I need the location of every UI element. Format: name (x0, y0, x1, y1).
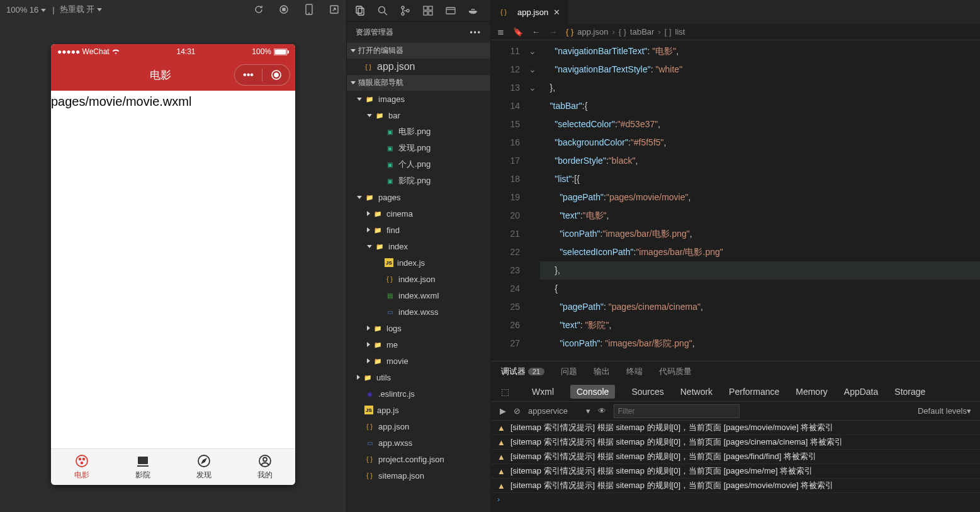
back-icon[interactable]: ← (532, 27, 540, 37)
file-name: 发现.png (398, 142, 431, 154)
json-icon: { } (364, 470, 375, 481)
filter-input[interactable] (614, 404, 740, 418)
devtab-appdata[interactable]: AppData (844, 387, 878, 397)
svg-rect-18 (356, 6, 362, 13)
open-editors-header[interactable]: 打开的编辑器 (347, 43, 490, 59)
bookmark-icon[interactable]: 🔖 (513, 27, 523, 37)
tree-item-images[interactable]: 📁images (347, 91, 490, 107)
tree-item-个人.png[interactable]: ▣个人.png (347, 156, 490, 173)
context-dropdown[interactable]: appservice ▾ (528, 406, 590, 416)
device-icon[interactable] (303, 4, 315, 15)
tree-item-发现.png[interactable]: ▣发现.png (347, 140, 490, 156)
panel-tab-输出[interactable]: 输出 (594, 366, 610, 377)
tree-item-utils[interactable]: 📁utils (347, 369, 490, 385)
wifi-icon (111, 48, 120, 55)
devtab-wxml[interactable]: Wxml (532, 387, 554, 397)
page-body[interactable]: pages/movie/movie.wxml (51, 91, 295, 448)
image-icon: ▣ (385, 159, 395, 169)
file-name: index.js (397, 258, 425, 268)
devtab-storage[interactable]: Storage (894, 387, 925, 397)
tree-item-index.wxml[interactable]: ▤index.wxml (347, 287, 490, 304)
clear-icon[interactable]: ⊘ (514, 406, 521, 416)
list-icon[interactable]: ≣ (497, 27, 504, 37)
open-editor-item[interactable]: { } app.json (347, 59, 490, 75)
extensions-icon[interactable] (422, 5, 434, 16)
folder-icon[interactable] (445, 5, 456, 16)
close-target-icon[interactable] (262, 65, 290, 85)
tree-item-index[interactable]: 📁index (347, 238, 490, 254)
breadcrumb[interactable]: { } app.json › { } tabBar › [ ] list (566, 27, 685, 37)
tree-item-app.js[interactable]: JSapp.js (347, 402, 490, 418)
nav-bar: 电影 ••• (51, 59, 295, 91)
git-icon[interactable] (400, 5, 411, 16)
zoom-level[interactable]: 100% 16 (6, 5, 46, 14)
search-icon[interactable] (377, 5, 388, 16)
tree-item-index.wxss[interactable]: ▭index.wxss (347, 304, 490, 320)
forward-icon[interactable]: → (549, 27, 557, 37)
devtab-sources[interactable]: Sources (631, 387, 663, 397)
tree-item-logs[interactable]: 📁logs (347, 320, 490, 336)
close-icon[interactable]: ✕ (553, 8, 560, 17)
editor-tabs: { } app.json ✕ (491, 0, 980, 24)
console-prompt[interactable]: › (491, 493, 980, 505)
console-warning: ▲[sitemap 索引情况提示] 根据 sitemap 的规则[0]，当前页面… (491, 479, 980, 493)
panel-tab-终端[interactable]: 终端 (626, 366, 643, 377)
refresh-icon[interactable] (253, 4, 264, 15)
file-name: me (386, 340, 398, 350)
devtab-console[interactable]: Console (570, 385, 615, 399)
hot-reload-toggle[interactable]: 热重载 开 (60, 4, 103, 15)
console-output[interactable]: ▲[sitemap 索引情况提示] 根据 sitemap 的规则[0]，当前页面… (491, 421, 980, 512)
capsule-menu[interactable]: ••• (234, 64, 290, 86)
tab-电影[interactable]: 电影 (51, 449, 112, 485)
panel-tab-调试器[interactable]: 调试器21 (501, 366, 544, 377)
devtab-performance[interactable]: Performance (729, 387, 779, 397)
svg-rect-27 (424, 11, 427, 15)
tree-item-me[interactable]: 📁me (347, 336, 490, 353)
stop-icon[interactable] (278, 4, 290, 15)
panel-tab-问题[interactable]: 问题 (561, 366, 577, 377)
console-toolbar: ▶ ⊘ appservice ▾ 👁 Default levels ▾ (491, 402, 980, 421)
panel-tab-代码质量[interactable]: 代码质量 (659, 366, 692, 377)
tree-item-电影.png[interactable]: ▣电影.png (347, 123, 490, 140)
eye-icon[interactable]: 👁 (598, 406, 606, 416)
more-icon[interactable]: ••• (470, 28, 482, 37)
levels-dropdown[interactable]: Default levels ▾ (918, 406, 971, 416)
svg-point-11 (79, 458, 81, 460)
tree-item-sitemap.json[interactable]: { }sitemap.json (347, 467, 490, 484)
code-editor[interactable]: 1112131415161718192021222324252627 ⌄⌄⌄ "… (491, 40, 980, 361)
tree-item-cinema[interactable]: 📁cinema (347, 205, 490, 222)
breadcrumb-bar: ≣ 🔖 ← → { } app.json › { } tabBar › [ ] … (491, 24, 980, 40)
file-name: .eslintrc.js (378, 389, 415, 399)
tree-item-index.json[interactable]: { }index.json (347, 271, 490, 287)
menu-icon[interactable]: ••• (235, 65, 262, 85)
tree-item-movie[interactable]: 📁movie (347, 353, 490, 369)
files-icon[interactable] (354, 5, 366, 16)
tree-item-index.js[interactable]: JSindex.js (347, 254, 490, 271)
docker-icon[interactable] (468, 5, 479, 16)
inspect-icon[interactable]: ⬚ (501, 387, 509, 397)
folder-icon: 📁 (375, 241, 385, 251)
devtab-memory[interactable]: Memory (796, 387, 828, 397)
folder-icon: 📁 (373, 225, 383, 235)
tree-item-pages[interactable]: 📁pages (347, 189, 490, 205)
tree-item-app.json[interactable]: { }app.json (347, 418, 490, 435)
tree-item-bar[interactable]: 📁bar (347, 107, 490, 123)
js-icon: JS (364, 406, 373, 414)
image-icon: ▣ (385, 127, 395, 137)
tab-影院[interactable]: 影院 (112, 449, 173, 485)
tree-item-app.wxss[interactable]: ▭app.wxss (347, 435, 490, 451)
json-icon: { } (385, 274, 395, 284)
devtab-network[interactable]: Network (680, 387, 712, 397)
tab-我的[interactable]: 我的 (234, 449, 295, 485)
tree-item-project.config.json[interactable]: { }project.config.json (347, 451, 490, 467)
play-icon[interactable]: ▶ (500, 406, 506, 416)
tab-发现[interactable]: 发现 (173, 449, 234, 485)
tree-item-find[interactable]: 📁find (347, 222, 490, 238)
editor-tab-appjson[interactable]: { } app.json ✕ (491, 0, 568, 24)
tree-item-影院.png[interactable]: ▣影院.png (347, 173, 490, 189)
tree-item-.eslintrc.js[interactable]: ◉.eslintrc.js (347, 385, 490, 402)
console-warning: ▲[sitemap 索引情况提示] 根据 sitemap 的规则[0]，当前页面… (491, 421, 980, 435)
popout-icon[interactable] (329, 4, 340, 15)
image-icon: ▣ (385, 143, 395, 153)
project-header[interactable]: 猫眼底部导航 (347, 75, 490, 91)
